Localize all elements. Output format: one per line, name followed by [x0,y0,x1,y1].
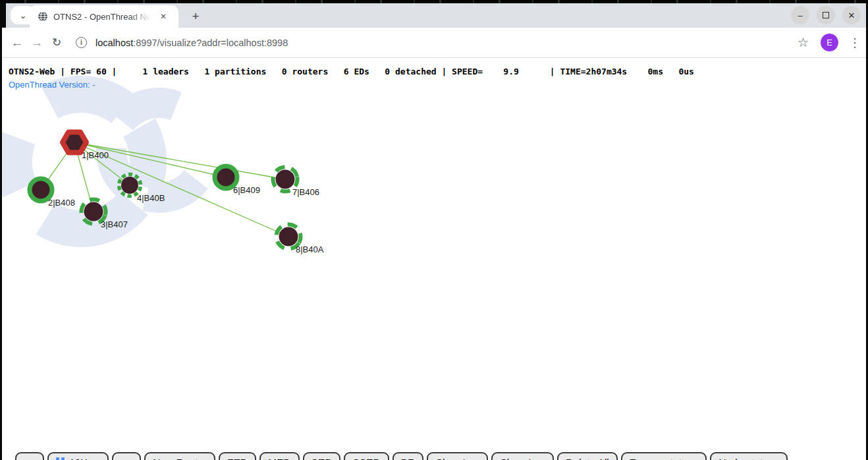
browser-toolbar: ← → ↻ i localhost:8997/visualize?addr=lo… [2,28,866,58]
status-line: OTNS2-Web | FPS= 60 | 1 leaders 1 partit… [9,67,694,76]
tab-close-icon[interactable]: ✕ [157,11,169,22]
new-router-button[interactable]: New Router [144,452,215,460]
button-label: SSED [352,457,380,460]
node-8|B40A[interactable]: 8|B40A [272,220,324,254]
button-label: SED [312,457,333,460]
tab-otns2[interactable]: OTNS2 - OpenThread Network Simulator ✕ [30,5,178,28]
button-label: Delete All [566,457,609,460]
omnibox[interactable]: i localhost:8997/visualize?addr=localhos… [76,37,798,48]
graph: 1|B4002|B4083|B4074|B40B6|B4097|B4068|B4… [30,132,324,254]
button-label: Node-stats ↗ [719,457,779,460]
page-content: 1|B4002|B4083|B4074|B40B6|B4097|B4068|B4… [2,58,866,460]
window-controls: – ✕ [791,6,861,24]
leader-hexagon [63,132,86,152]
node-label: 4|B40B [137,193,165,203]
bookmark-star-icon[interactable]: ☆ [798,35,809,50]
node-circle [279,227,298,246]
close-button[interactable]: ✕ [842,6,861,24]
show-log-button[interactable]: Show Log [491,452,554,460]
node-circle [276,170,295,189]
minimize-button[interactable]: – [791,6,809,24]
button-label: BR [401,457,416,460]
node-label: 7|B406 [292,187,319,197]
10x-button[interactable]: 10X [47,452,109,460]
url-text[interactable]: localhost:8997/visualize?addr=localhost:… [95,38,288,48]
sed-button[interactable]: SED [303,452,341,460]
button-label: MED [268,457,290,460]
node-label: 1|B400 [82,150,109,160]
screen: ⌄ OTNS2 - OpenThread Network Simulator ✕… [0,0,868,460]
node-label: 8|B40A [296,244,324,254]
node-3|B407[interactable]: 3|B407 [78,196,128,229]
maximize-button[interactable] [817,6,835,24]
site-info-icon[interactable]: i [76,37,87,48]
node-2|B408[interactable]: 2|B408 [30,179,75,208]
node-stats-button[interactable]: Node-stats ↗ [710,452,788,460]
med-button[interactable]: MED [259,452,299,460]
maximize-icon [823,12,829,18]
browser-window: ⌄ OTNS2 - OpenThread Network Simulator ✕… [0,3,868,460]
ssed-button[interactable]: SSED [344,452,389,460]
node-label: 3|B407 [101,219,128,229]
node-circle [84,202,103,221]
profile-avatar[interactable]: E [821,34,838,51]
new-tab-button[interactable]: + [187,8,204,25]
button-label: >> [121,457,132,460]
globe-favicon-icon [38,11,48,22]
node-7|B406[interactable]: 7|B406 [271,165,319,197]
openthread-version-link[interactable]: OpenThread Version: - [9,80,95,90]
tab-strip: ⌄ OTNS2 - OpenThread Network Simulator ✕… [2,3,866,28]
window-edge [2,3,6,28]
br-button[interactable]: BR [393,452,424,460]
button-label: FED [227,457,248,460]
chevron-down-icon: ⌄ [20,11,27,20]
forward-button[interactable]: → [27,33,47,53]
button-label: Clear Log [435,457,479,460]
url-path: :8997/visualize?addr=localhost:8998 [133,38,288,48]
button-label: << [24,457,36,460]
node-4|B40B[interactable]: 4|B40B [117,173,165,203]
tab-title: OTNS2 - OpenThread Network Simulator [53,12,153,22]
back-button[interactable]: ← [7,33,27,53]
<<-button[interactable]: << [15,452,44,460]
network-canvas: 1|B4002|B4083|B4074|B40B6|B4097|B4068|B4… [2,58,866,460]
clear-log-button[interactable]: Clear Log [427,452,488,460]
reload-button[interactable]: ↻ [47,33,67,53]
button-label: 10X [69,457,88,460]
pause-icon [56,457,65,460]
node-1|B400[interactable]: 1|B400 [63,132,109,160]
action-bar: <<10X>>New RouterFEDMEDSEDSSEDBRClear Lo… [15,452,788,460]
button-label: Show Log [500,457,545,460]
delete-all-button[interactable]: Delete All [557,452,617,460]
node-label: 6|B409 [233,185,260,195]
edge [74,142,285,179]
menu-overflow-icon[interactable]: ⋮ [849,36,859,50]
fed-button[interactable]: FED [219,452,256,460]
button-label: New Router [153,457,207,460]
>>-button[interactable]: >> [112,452,141,460]
node-6|B409[interactable]: 6|B409 [215,166,260,195]
node-circle [121,177,138,194]
button-label: Energy-stats ↗ [630,457,698,460]
url-host: localhost [95,38,133,48]
node-label: 2|B408 [48,198,75,208]
energy-stats-button[interactable]: Energy-stats ↗ [621,452,707,460]
